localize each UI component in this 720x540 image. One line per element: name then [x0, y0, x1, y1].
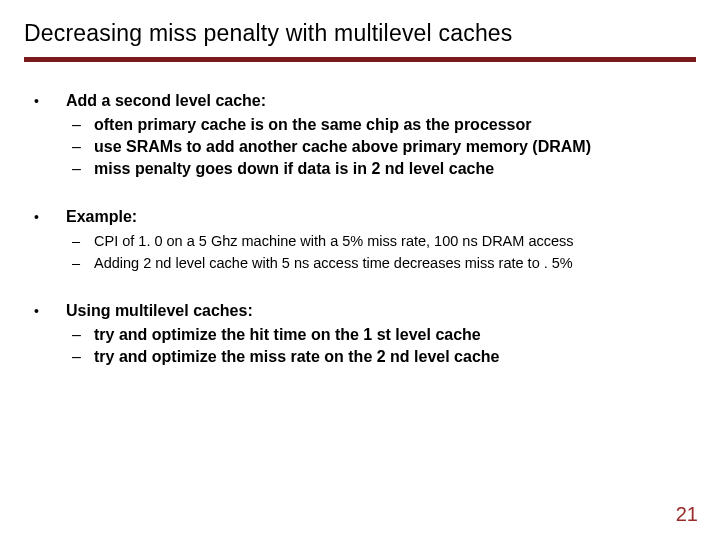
- page-number: 21: [676, 503, 698, 526]
- dash-icon: –: [66, 252, 94, 274]
- list-item: – try and optimize the miss rate on the …: [66, 346, 696, 368]
- bullet-dot-icon: •: [32, 206, 66, 274]
- list-item: – Adding 2 nd level cache with 5 ns acce…: [66, 252, 696, 274]
- list-item: – CPI of 1. 0 on a 5 Ghz machine with a …: [66, 230, 696, 252]
- bullet-2-lead: Example:: [66, 206, 696, 228]
- content-area: • Add a second level cache: – often prim…: [24, 90, 696, 368]
- list-item: – often primary cache is on the same chi…: [66, 114, 696, 136]
- bullet-3-sub-2: try and optimize the miss rate on the 2 …: [94, 346, 696, 368]
- bullet-3-sub-1: try and optimize the hit time on the 1 s…: [94, 324, 696, 346]
- title-underline: [24, 57, 696, 62]
- bullet-dot-icon: •: [32, 300, 66, 368]
- bullet-3: • Using multilevel caches: – try and opt…: [32, 300, 696, 368]
- list-item: – try and optimize the hit time on the 1…: [66, 324, 696, 346]
- bullet-1: • Add a second level cache: – often prim…: [32, 90, 696, 180]
- dash-icon: –: [66, 114, 94, 136]
- dash-icon: –: [66, 324, 94, 346]
- bullet-dot-icon: •: [32, 90, 66, 180]
- slide-title: Decreasing miss penalty with multilevel …: [24, 20, 696, 47]
- list-item: – miss penalty goes down if data is in 2…: [66, 158, 696, 180]
- bullet-1-lead: Add a second level cache:: [66, 90, 696, 112]
- dash-icon: –: [66, 230, 94, 252]
- dash-icon: –: [66, 346, 94, 368]
- bullet-1-sub-1: often primary cache is on the same chip …: [94, 114, 696, 136]
- dash-icon: –: [66, 136, 94, 158]
- bullet-2-sub-2: Adding 2 nd level cache with 5 ns access…: [94, 252, 696, 274]
- bullet-2: • Example: – CPI of 1. 0 on a 5 Ghz mach…: [32, 206, 696, 274]
- bullet-1-sub-2: use SRAMs to add another cache above pri…: [94, 136, 696, 158]
- bullet-1-sub-3: miss penalty goes down if data is in 2 n…: [94, 158, 696, 180]
- list-item: – use SRAMs to add another cache above p…: [66, 136, 696, 158]
- bullet-2-sub-1: CPI of 1. 0 on a 5 Ghz machine with a 5%…: [94, 230, 696, 252]
- bullet-3-lead: Using multilevel caches:: [66, 300, 696, 322]
- dash-icon: –: [66, 158, 94, 180]
